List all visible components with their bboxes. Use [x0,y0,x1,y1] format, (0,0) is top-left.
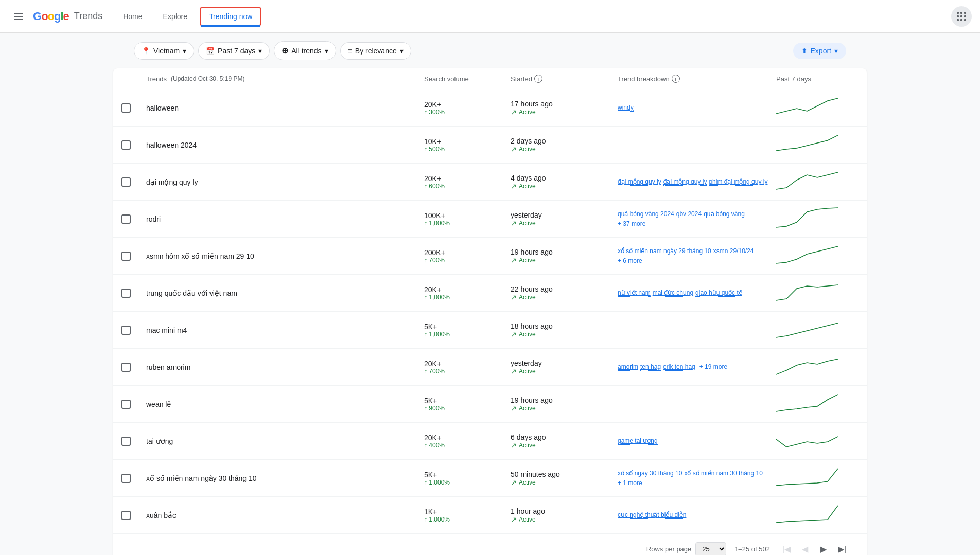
table-row[interactable]: tai ương20K+↑ 400%6 days ago↗ Activegame… [113,423,867,460]
breakdown-tag[interactable]: đại mộng quy ly [663,178,707,186]
breakdown-tag[interactable]: quả bóng vàng [704,210,745,218]
row-checkbox[interactable] [121,252,131,261]
breakdown-tag[interactable]: quả bóng vàng 2024 [618,210,674,218]
table-row[interactable]: ruben amorim20K+↑ 700%yesterday↗ Activea… [113,349,867,386]
more-tag[interactable]: + 37 more [618,220,645,227]
mini-chart [776,466,859,490]
more-tag[interactable]: + 6 more [618,257,642,264]
more-tag[interactable]: + 1 more [618,479,642,487]
table-row[interactable]: xổ số miền nam ngày 30 tháng 105K+↑ 1,00… [113,460,867,497]
row-checkbox[interactable] [121,400,131,409]
period-filter[interactable]: 📅 Past 7 days ▾ [198,42,270,60]
trend-name: mac mini m4 [146,326,420,334]
category-icon: ⊕ [282,46,288,56]
breakdown-tag[interactable]: phim đại mộng quy ly [709,178,767,186]
page-navigation: |◀ ◀ ▶ ▶| [778,541,850,555]
nav-home[interactable]: Home [115,0,150,33]
search-volume: 10K+↑ 500% [424,137,506,153]
row-checkbox[interactable] [121,103,131,113]
menu-icon[interactable] [8,6,29,27]
sort-filter[interactable]: ≡ By relevance ▾ [340,42,411,60]
svg-rect-7 [960,15,962,17]
started-info: 1 hour ago↗ Active [511,507,614,524]
started-info-icon[interactable]: i [534,75,542,83]
calendar-icon: 📅 [206,47,215,55]
breakdown-tag[interactable]: xổ số ngày 30 tháng 10 [618,470,682,477]
table-row[interactable]: halloween20K+↑ 300%17 hours ago↗ Activew… [113,89,867,127]
search-volume: 20K+↑ 700% [424,360,506,375]
breakdown-tag[interactable]: windy [618,104,634,112]
breakdown-tags: đại mộng quy ly đại mộng quy ly phim đại… [618,178,772,186]
row-checkbox[interactable] [121,474,131,483]
table-row[interactable]: halloween 202410K+↑ 500%2 days ago↗ Acti… [113,127,867,164]
trend-name: đại mộng quy ly [146,178,420,186]
svg-rect-2 [14,19,23,20]
table-row[interactable]: xuân bắc1K+↑ 1,000%1 hour ago↗ Activecục… [113,497,867,534]
trend-name: halloween [146,104,420,112]
table-row[interactable]: xsmn hôm xổ số miền nam 29 10200K+↑ 700%… [113,238,867,275]
last-page-btn[interactable]: ▶| [834,541,850,555]
first-page-btn[interactable]: |◀ [778,541,795,555]
pagination: Rows per page 25 50 100 1–25 of 502 |◀ ◀… [113,534,867,555]
breakdown-tag[interactable]: giao hữu quốc tế [695,289,742,297]
rows-per-page-select[interactable]: 25 50 100 [695,542,726,556]
breakdown-tag[interactable]: đại mộng quy ly [618,178,661,186]
mini-chart [776,244,859,268]
trend-name: ruben amorim [146,363,420,371]
row-checkbox[interactable] [121,511,131,520]
svg-rect-5 [964,12,966,14]
svg-rect-6 [957,15,959,17]
breakdown-tag[interactable]: xsmn 29/10/24 [713,247,754,255]
breakdown-tag[interactable]: ten hag [640,363,661,371]
row-checkbox[interactable] [121,289,131,298]
dropdown-arrow-period: ▾ [258,47,262,55]
location-icon: 📍 [142,47,150,55]
breakdown-info-icon[interactable]: i [672,75,680,83]
row-checkbox[interactable] [121,363,131,372]
breakdown-label: Trend breakdown [618,75,670,83]
trends-table: Trends (Updated Oct 30, 5:19 PM) Search … [113,68,867,555]
row-checkbox[interactable] [121,214,131,224]
breakdown-tag[interactable]: xổ số miền nam 30 tháng 10 [684,470,762,477]
trend-name: tai ương [146,437,420,445]
table-row[interactable]: wean lê5K+↑ 900%19 hours ago↗ Active [113,386,867,423]
country-filter[interactable]: 📍 Vietnam ▾ [134,42,194,60]
breakdown-tags: nữ việt nam mai đức chung giao hữu quốc … [618,289,772,297]
next-page-btn[interactable]: ▶ [815,541,832,555]
google-trends-logo[interactable]: Google Trends [33,10,102,23]
category-filter[interactable]: ⊕ All trends ▾ [274,41,336,60]
nav-explore[interactable]: Explore [155,0,196,33]
breakdown-tag[interactable]: qbv 2024 [676,210,702,218]
breakdown-tag[interactable]: erik ten hag [663,363,695,371]
row-checkbox[interactable] [121,140,131,150]
row-checkbox[interactable] [121,437,131,446]
table-row[interactable]: trung quốc đấu với việt nam20K+↑ 1,000%2… [113,275,867,312]
breakdown-tag[interactable]: game tai ương [618,437,658,445]
table-row[interactable]: rodri100K+↑ 1,000%yesterday↗ Activequả b… [113,201,867,238]
breakdown-tag[interactable]: cục nghệ thuật biểu diễn [618,511,686,519]
breakdown-tag[interactable]: xổ số miền nam ngày 29 tháng 10 [618,247,711,255]
export-button[interactable]: ⬆ Export ▾ [793,43,846,59]
breakdown-tag[interactable]: nữ việt nam [618,289,651,297]
nav-trending-now[interactable]: Trending now [200,7,261,26]
started-info: 4 days ago↗ Active [511,174,614,190]
prev-page-btn[interactable]: ◀ [797,541,813,555]
apps-icon[interactable] [951,6,972,27]
svg-rect-0 [14,13,23,14]
table-row[interactable]: mac mini m45K+↑ 1,000%18 hours ago↗ Acti… [113,312,867,349]
table-row[interactable]: đại mộng quy ly20K+↑ 600%4 days ago↗ Act… [113,164,867,201]
mini-chart [776,503,859,527]
rows-per-page-label: Rows per page [646,545,691,553]
filters-bar: 📍 Vietnam ▾ 📅 Past 7 days ▾ ⊕ All trends… [0,33,980,68]
breakdown-tag[interactable]: mai đức chung [653,289,693,297]
row-checkbox[interactable] [121,326,131,335]
more-tag[interactable]: + 19 more [699,363,727,371]
started-info: yesterday↗ Active [511,359,614,375]
breakdown-tag[interactable]: amorim [618,363,638,371]
search-volume-label: Search volume [424,75,469,83]
search-volume: 20K+↑ 300% [424,100,506,116]
started-info: 17 hours ago↗ Active [511,100,614,116]
mini-chart [776,133,859,157]
row-checkbox[interactable] [121,177,131,187]
svg-rect-3 [957,12,959,14]
